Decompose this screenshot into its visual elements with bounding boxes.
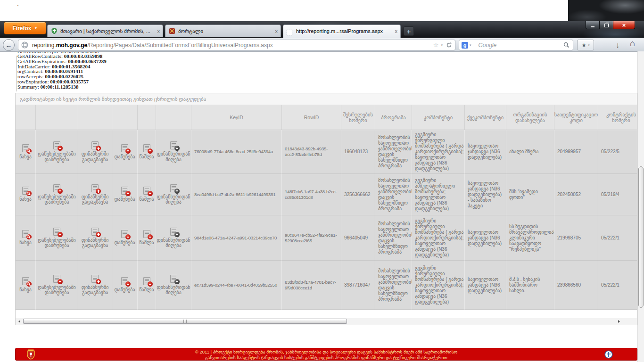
firefox-menu-button[interactable]: Firefox ▼: [4, 22, 46, 34]
chevron-down-icon[interactable]: ▾: [470, 43, 471, 47]
close-icon[interactable]: x: [157, 25, 160, 37]
action-reject-button[interactable]: დაწუნება: [112, 174, 138, 215]
action-view-button[interactable]: ნახვა: [16, 215, 36, 261]
action-reject-button[interactable]: დაწუნება: [112, 130, 138, 174]
cell-organization: შპს "ივამედი ფოთი": [506, 174, 554, 215]
action-view-button[interactable]: ნახვა: [16, 174, 36, 215]
close-icon[interactable]: x: [275, 25, 278, 37]
close-window-button[interactable]: ×: [613, 21, 635, 29]
new-tab-button[interactable]: +: [404, 26, 414, 36]
tab-mtavari[interactable]: მთავარი | საქართველოს შრომის, ... x: [47, 25, 163, 37]
close-icon[interactable]: x: [395, 25, 398, 37]
loading-favicon-icon: [287, 29, 292, 37]
reject-icon: [121, 277, 128, 285]
horizontal-scrollbar[interactable]: [16, 318, 637, 325]
action-label: ფინანსურიდან მიღება: [157, 285, 190, 296]
cell-code: 204999957: [554, 130, 598, 174]
cell-number: 966405049: [341, 215, 375, 261]
search-input[interactable]: Google: [479, 42, 563, 49]
action-return-button[interactable]: დაწესებულებაში დაბრუნება: [36, 130, 78, 174]
group-by-bar[interactable]: გადმოიტანეთ ის სვეტი რომლის მიხედვითაც გ…: [16, 93, 637, 105]
return-icon: [53, 228, 60, 236]
bookmarks-button[interactable]: ★ ▾: [577, 40, 594, 50]
action-receive-financial-button[interactable]: ფინანსურიდან მიღება: [156, 174, 191, 215]
tab-title: მთავარი | საქართველოს შრომის, ...: [60, 25, 152, 37]
action-send-financial-button[interactable]: ფინანსურში გადაგზავნა: [78, 261, 112, 310]
horizontal-scrollbar-thumb[interactable]: [23, 319, 347, 324]
url-text[interactable]: reporting.moh.gov.ge/Reporting/Pages/Dat…: [32, 42, 433, 49]
action-return-button[interactable]: დაწესებულებაში დაბრუნება: [36, 215, 78, 261]
action-delete-button[interactable]: წაშლა: [138, 261, 156, 310]
action-return-button[interactable]: დაწესებულებაში დაბრუნება: [36, 174, 78, 215]
back-arrow-icon: ←: [6, 41, 12, 49]
google-icon[interactable]: g: [462, 42, 468, 49]
table-header-component[interactable]: კომპონენტი: [412, 105, 465, 130]
send-icon: [91, 184, 99, 192]
view-icon: [22, 277, 29, 285]
download-arrow-icon: ↓: [616, 41, 619, 49]
page-footer: © 2011 | პროექტი ხორციელდება შრომის, ჯან…: [15, 348, 637, 361]
action-delete-button[interactable]: წაშლა: [138, 174, 156, 215]
cell-number: 3987716047: [341, 261, 375, 310]
vertical-scrollbar[interactable]: [637, 51, 644, 362]
action-send-financial-button[interactable]: ფინანსურში გადაგზავნა: [78, 215, 112, 261]
screen: . Firefox ▼ მთავარი | საქართველოს შრომის…: [0, 0, 644, 362]
action-send-financial-button[interactable]: ფინანსურში გადაგზავნა: [78, 174, 112, 215]
cell-code: 202450052: [554, 174, 598, 215]
table-header-contract[interactable]: კონტრაქტის ნომერი: [598, 105, 637, 130]
table-header-cell: [112, 105, 138, 130]
minimize-button[interactable]: [586, 21, 600, 29]
action-label: დაწუნება: [114, 287, 135, 293]
table-header-subcomponent[interactable]: ქვეკომპონენტი: [465, 105, 506, 130]
vertical-scrollbar-thumb[interactable]: [638, 166, 644, 308]
cell-program: მოსახლეობის საყოველთაო ჯანმრთელობის დაცვ…: [375, 130, 412, 174]
cell-program: მოსახლეობის საყოველთაო ჯანმრთელობის დაცვ…: [375, 215, 412, 261]
tab-portali[interactable]: პორტალი x: [165, 25, 281, 37]
action-send-financial-button[interactable]: ფინანსურში გადაგზავნა: [78, 130, 112, 174]
close-icon: ×: [622, 22, 626, 29]
scroll-right-icon[interactable]: [618, 320, 621, 323]
downloads-button[interactable]: ↓: [613, 40, 622, 50]
action-delete-button[interactable]: წაშლა: [138, 215, 156, 261]
footer-line-2: განვითარების სააგენტოს ჯანდაცვის სისტემი…: [16, 355, 637, 361]
cell-rowid: 01843d43-892b-4935-acc2-83a4effeb78d: [282, 130, 341, 174]
action-label: ფინანსურიდან მიღება: [157, 194, 190, 205]
action-reject-button[interactable]: დაწუნება: [112, 261, 138, 310]
action-view-button[interactable]: ნახვა: [16, 261, 36, 310]
table-header-code[interactable]: საიდენტიფიკაციო კოდი: [554, 105, 598, 130]
bookmark-star-icon[interactable]: ☆: [433, 41, 439, 49]
table-header-keyid[interactable]: KeyID: [191, 105, 282, 130]
url-bar[interactable]: reporting.moh.gov.ge/Reporting/Pages/Dat…: [18, 40, 455, 50]
action-return-button[interactable]: დაწესებულებაში დაბრუნება: [36, 261, 78, 310]
action-label: წაშლა: [139, 287, 154, 293]
receive-icon: [170, 184, 177, 192]
action-reject-button[interactable]: დაწუნება: [112, 215, 138, 261]
search-icon[interactable]: [563, 42, 570, 48]
cell-contract: 05/222/1: [598, 261, 637, 310]
action-label: დაწუნება: [114, 154, 135, 160]
table-header-rowid[interactable]: RowID: [282, 105, 341, 130]
back-button[interactable]: ←: [3, 39, 15, 51]
action-label: ნახვა: [19, 287, 32, 293]
panel-border: [17, 56, 17, 91]
action-receive-financial-button[interactable]: ფინანსურიდან მიღება: [156, 261, 191, 310]
restore-button[interactable]: [600, 21, 613, 29]
action-receive-financial-button[interactable]: ფინანსურიდან მიღება: [156, 215, 191, 261]
reload-icon[interactable]: [446, 42, 452, 48]
search-bar[interactable]: g ▾ Google: [459, 40, 573, 50]
chevron-down-icon[interactable]: ▾: [441, 43, 443, 47]
window-controls: ×: [586, 21, 635, 29]
table-header-number[interactable]: შესრულების ნომერი: [341, 105, 375, 130]
table-header-program[interactable]: პროგრამა: [375, 105, 412, 130]
chevron-down-icon: ▼: [34, 26, 38, 30]
home-button[interactable]: ⌂: [630, 39, 635, 49]
scroll-left-icon[interactable]: [17, 320, 20, 323]
tab-reporting-active[interactable]: http://reporting.m...rsalPrograms.aspx x: [283, 25, 401, 38]
view-icon: [22, 230, 29, 238]
action-view-button[interactable]: ნახვა: [16, 130, 36, 174]
action-delete-button[interactable]: წაშლა: [138, 130, 156, 174]
action-receive-financial-button[interactable]: ფინანსურიდან მიღება: [156, 130, 191, 174]
receive-icon: [170, 228, 177, 236]
receive-icon: [170, 275, 177, 283]
table-header-organization[interactable]: ორგანიზაციის დასახელება: [506, 105, 554, 130]
